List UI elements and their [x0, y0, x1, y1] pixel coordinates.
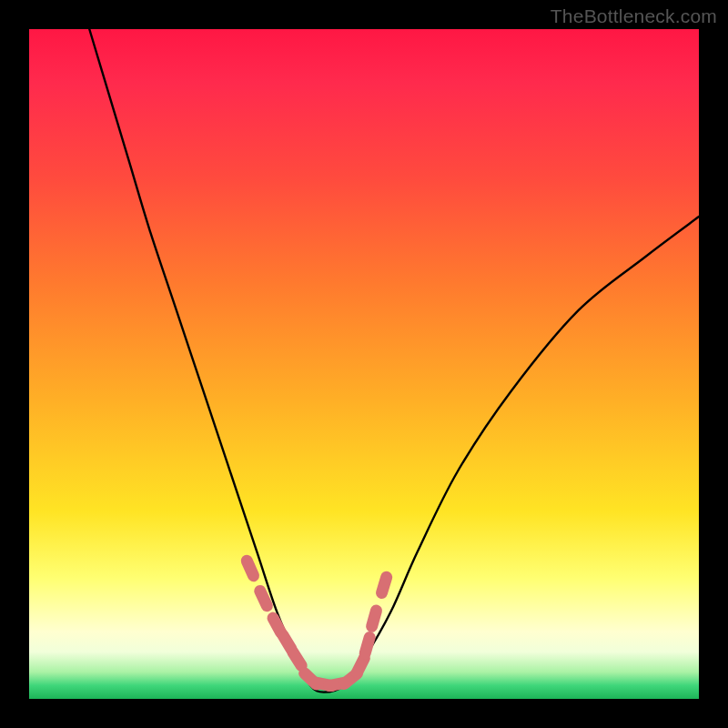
- valley-marker: [260, 591, 268, 605]
- valley-marker: [381, 577, 386, 592]
- watermark-text: TheBottleneck.com: [551, 5, 717, 27]
- bottleneck-curve: [89, 29, 699, 693]
- plot-area: [29, 29, 699, 699]
- curve-layer: [29, 29, 699, 699]
- valley-marker: [247, 561, 253, 575]
- valley-marker: [293, 652, 302, 665]
- chart-frame: TheBottleneck.com: [0, 0, 728, 728]
- valley-markers: [247, 561, 386, 685]
- valley-marker: [372, 611, 377, 626]
- valley-marker: [365, 637, 369, 652]
- valley-marker: [357, 658, 364, 672]
